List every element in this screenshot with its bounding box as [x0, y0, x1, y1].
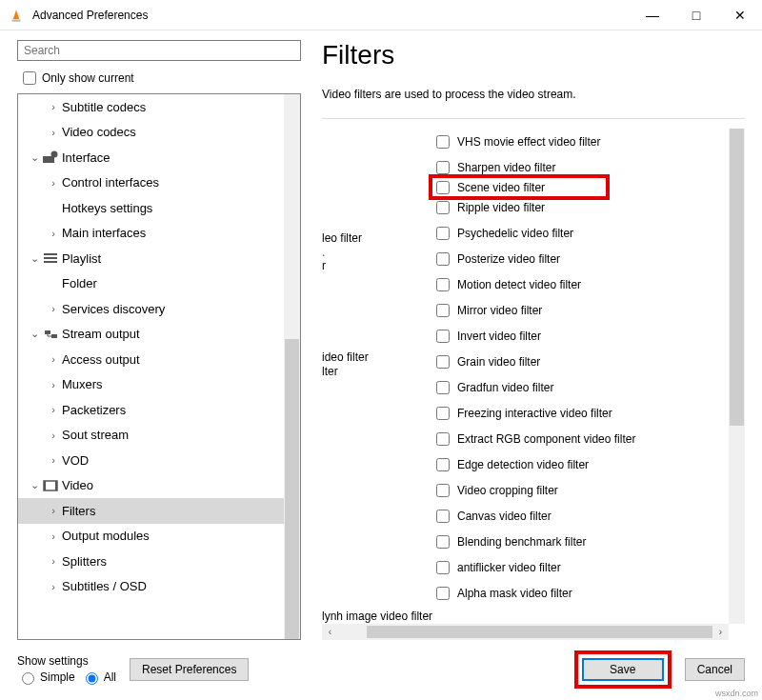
filter-label: Scene video filter	[457, 181, 545, 194]
expand-icon: ⌄	[28, 328, 41, 340]
filter-invert-video-filter[interactable]: Invert video filter	[436, 323, 729, 349]
filter-checkbox[interactable]	[436, 252, 450, 266]
minimize-button[interactable]: —	[631, 1, 674, 30]
filter-grain-video-filter[interactable]: Grain video filter	[436, 349, 729, 374]
tree-item-vod[interactable]: ›VOD	[18, 448, 284, 473]
expand-icon: ⌄	[28, 151, 41, 164]
filter-label: Motion detect video filter	[457, 278, 581, 291]
filter-checkbox[interactable]	[436, 304, 450, 317]
filter-label: Ripple video filter	[457, 201, 545, 214]
video-icon	[41, 479, 60, 492]
tree-scrollbar[interactable]	[284, 94, 300, 639]
filter-mirror-video-filter[interactable]: Mirror video filter	[436, 297, 729, 323]
filter-gradfun-video-filter[interactable]: Gradfun video filter	[436, 374, 729, 400]
tree-item-folder[interactable]: Folder	[18, 271, 284, 297]
filter-vscrollbar[interactable]	[729, 129, 745, 624]
expand-icon: ›	[47, 353, 60, 365]
only-show-label: Only show current	[42, 71, 134, 85]
close-button[interactable]: ✕	[718, 1, 762, 30]
tree-item-access-output[interactable]: ›Access output	[18, 347, 284, 372]
filter-checkbox[interactable]	[436, 227, 450, 240]
tree-item-main-interfaces[interactable]: ›Main interfaces	[18, 221, 284, 247]
filter-checkbox[interactable]	[436, 381, 450, 394]
tree-label: Filters	[60, 504, 95, 518]
filter-checkbox[interactable]	[436, 458, 450, 471]
filter-ripple-video-filter[interactable]: Ripple video filter	[436, 194, 729, 220]
scroll-right-icon[interactable]: ›	[712, 627, 729, 637]
filter-checkbox[interactable]	[436, 407, 450, 420]
page-heading: Filters	[322, 40, 745, 70]
tree-label: Muxers	[60, 377, 103, 391]
tree-item-video[interactable]: ⌄Video	[18, 473, 284, 499]
filter-antiflicker-video-filter[interactable]: antiflicker video filter	[436, 554, 729, 580]
filter-posterize-video-filter[interactable]: Posterize video filter	[436, 246, 729, 271]
reset-preferences-button[interactable]: Reset Preferences	[130, 658, 249, 681]
filter-checkbox[interactable]	[436, 278, 450, 291]
filter-checkbox[interactable]	[436, 587, 450, 600]
filter-checkbox[interactable]	[436, 561, 450, 574]
filter-checkbox[interactable]	[436, 330, 450, 343]
filter-checkbox[interactable]	[436, 201, 450, 214]
svg-marker-0	[12, 9, 20, 19]
filter-checkbox[interactable]	[436, 135, 450, 149]
filter-label: Sharpen video filter	[457, 161, 555, 174]
tree-item-video-codecs[interactable]: ›Video codecs	[18, 120, 284, 146]
filter-extract-rgb-component-video-filter[interactable]: Extract RGB component video filter	[436, 426, 729, 451]
filter-hscrollbar[interactable]: ‹ ›	[322, 624, 729, 640]
filter-checkbox[interactable]	[436, 484, 450, 497]
tree-item-splitters[interactable]: ›Splitters	[18, 549, 284, 574]
simple-radio[interactable]: Simple	[17, 670, 75, 685]
filter-checkbox[interactable]	[436, 432, 450, 446]
filter-psychedelic-video-filter[interactable]: Psychedelic video filter	[436, 220, 729, 246]
tree-item-muxers[interactable]: ›Muxers	[18, 372, 284, 398]
filter-vhs-movie-effect-video-filter[interactable]: VHS movie effect video filter	[436, 129, 729, 154]
expand-icon: ⌄	[28, 252, 41, 265]
filter-canvas-video-filter[interactable]: Canvas video filter	[436, 503, 729, 529]
filter-label: Mirror video filter	[457, 304, 542, 317]
settings-tree[interactable]: ›Subtitle codecs›Video codecs⌄Interface›…	[18, 94, 284, 639]
expand-icon: ⌄	[28, 479, 41, 491]
svg-point-3	[51, 151, 58, 158]
all-radio[interactable]: All	[81, 670, 116, 685]
tree-item-packetizers[interactable]: ›Packetizers	[18, 397, 284, 423]
search-input[interactable]	[17, 40, 301, 61]
titlebar: Advanced Preferences — □ ✕	[0, 0, 762, 30]
filter-checkbox[interactable]	[436, 161, 450, 174]
scroll-left-icon[interactable]: ‹	[322, 627, 338, 637]
filter-motion-detect-video-filter[interactable]: Motion detect video filter	[436, 271, 729, 297]
svg-rect-11	[44, 481, 57, 490]
tree-item-playlist[interactable]: ⌄Playlist	[18, 246, 284, 271]
tree-label: Packetizers	[60, 403, 126, 417]
interface-icon	[41, 150, 60, 164]
filter-label: Posterize video filter	[457, 252, 560, 266]
tree-item-filters[interactable]: ›Filters	[18, 498, 284, 524]
tree-item-services-discovery[interactable]: ›Services discovery	[18, 296, 284, 322]
fragment-text: lynh image video filter	[322, 610, 436, 624]
filter-checkbox[interactable]	[436, 355, 450, 369]
filter-freezing-interactive-video-filter[interactable]: Freezing interactive video filter	[436, 400, 729, 426]
filter-checkbox[interactable]	[436, 535, 450, 549]
tree-item-stream-output[interactable]: ⌄Stream output	[18, 322, 284, 348]
tree-item-output-modules[interactable]: ›Output modules	[18, 524, 284, 550]
tree-item-subtitle-codecs[interactable]: ›Subtitle codecs	[18, 94, 284, 120]
cancel-button[interactable]: Cancel	[685, 658, 745, 681]
tree-label: Folder	[60, 276, 97, 290]
tree-item-hotkeys-settings[interactable]: Hotkeys settings	[18, 195, 284, 221]
tree-item-subtitles-osd[interactable]: ›Subtitles / OSD	[18, 574, 284, 600]
filter-edge-detection-video-filter[interactable]: Edge detection video filter	[436, 451, 729, 477]
filter-left-fragments: leo filter.rideo filterlterlynh image vi…	[322, 129, 436, 624]
expand-icon: ›	[47, 177, 60, 189]
maximize-button[interactable]: □	[674, 1, 718, 30]
filter-video-cropping-filter[interactable]: Video cropping filter	[436, 477, 729, 503]
save-button[interactable]: Save	[582, 658, 664, 681]
tree-label: Control interfaces	[60, 175, 159, 190]
filter-checkbox[interactable]	[436, 181, 450, 194]
filter-blending-benchmark-filter[interactable]: Blending benchmark filter	[436, 529, 729, 554]
only-show-current-checkbox[interactable]: Only show current	[19, 69, 305, 88]
tree-item-sout-stream[interactable]: ›Sout stream	[18, 423, 284, 449]
filter-alpha-mask-video-filter[interactable]: Alpha mask video filter	[436, 580, 729, 606]
only-show-checkbox[interactable]	[23, 71, 36, 85]
tree-item-interface[interactable]: ⌄Interface	[18, 145, 284, 170]
filter-checkbox[interactable]	[436, 510, 450, 523]
tree-item-control-interfaces[interactable]: ›Control interfaces	[18, 170, 284, 196]
